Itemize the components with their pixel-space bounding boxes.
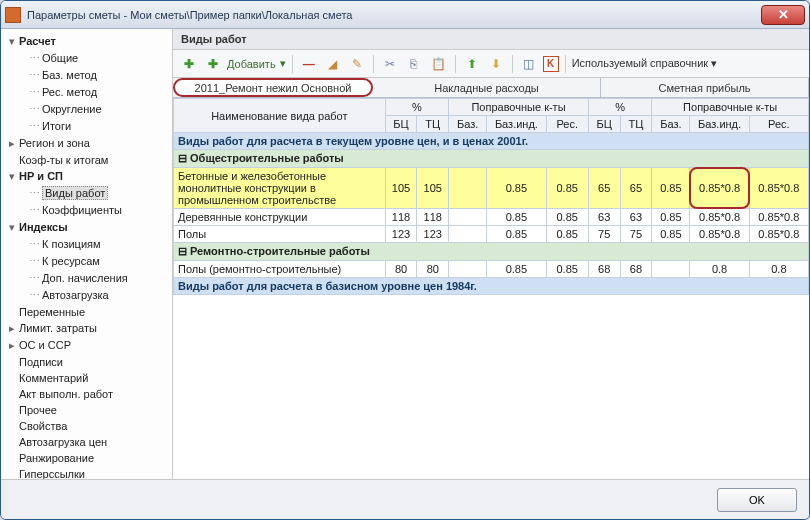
cell[interactable]: 0.85 (546, 168, 588, 209)
cell[interactable]: 0.85 (652, 168, 690, 209)
tree-item[interactable]: ▸Лимит. затраты (3, 320, 170, 337)
tree-item[interactable]: ▾Расчет (3, 33, 170, 50)
tree-item[interactable]: Подписи (3, 354, 170, 370)
col-bc2[interactable]: БЦ (588, 116, 620, 133)
band-row[interactable]: Виды работ для расчета в текущем уровне … (174, 133, 809, 150)
col-tc2[interactable]: ТЦ (620, 116, 652, 133)
paste-icon[interactable]: 📋 (428, 54, 449, 74)
cell[interactable]: 63 (588, 209, 620, 226)
move-up-icon[interactable]: ⬆ (462, 54, 482, 74)
cell[interactable]: 65 (620, 168, 652, 209)
cell[interactable]: 118 (385, 209, 417, 226)
tree-item[interactable]: Прочее (3, 402, 170, 418)
cell[interactable]: 0.85 (546, 226, 588, 243)
tree-item[interactable]: ▾Индексы (3, 219, 170, 236)
table-row[interactable]: Полы1231230.850.8575750.850.85*0.80.85*0… (174, 226, 809, 243)
cell[interactable]: 0.85 (652, 209, 690, 226)
cell[interactable]: 0.8 (749, 261, 808, 278)
tree-item[interactable]: Акт выполн. работ (3, 386, 170, 402)
sidebar[interactable]: ▾Расчет⋯Общие⋯Баз. метод⋯Рес. метод⋯Окру… (1, 29, 173, 479)
tree-item[interactable]: ⋯Рес. метод (3, 84, 170, 101)
cell[interactable] (449, 261, 487, 278)
table-row[interactable]: Полы (ремонтно-строительные)80800.850.85… (174, 261, 809, 278)
cell[interactable]: Бетонные и железобетонные монолитные кон… (174, 168, 386, 209)
expand-icon[interactable]: ▸ (9, 339, 19, 352)
tree-item[interactable]: Свойства (3, 418, 170, 434)
cell[interactable]: 0.85 (546, 261, 588, 278)
col-name[interactable]: Наименование вида работ (174, 99, 386, 133)
tab-active[interactable]: 2011_Ремонт нежил Основной (173, 78, 373, 97)
col-res2[interactable]: Рес. (749, 116, 808, 133)
col-bazind2[interactable]: Баз.инд. (690, 116, 749, 133)
cell[interactable]: 0.85*0.8 (749, 209, 808, 226)
reference-dropdown[interactable]: Используемый справочник ▾ (572, 57, 718, 70)
cell[interactable]: 0.85*0.8 (690, 168, 749, 209)
data-grid[interactable]: Наименование вида работ % Поправочные к-… (173, 98, 809, 479)
cell[interactable]: 0.85*0.8 (749, 226, 808, 243)
cell[interactable]: 0.85 (652, 226, 690, 243)
cell[interactable]: 0.85 (487, 261, 546, 278)
ok-button[interactable]: OK (717, 488, 797, 512)
cell[interactable] (449, 168, 487, 209)
table-row[interactable]: Бетонные и железобетонные монолитные кон… (174, 168, 809, 209)
cell[interactable]: Полы (174, 226, 386, 243)
cell[interactable]: Полы (ремонтно-строительные) (174, 261, 386, 278)
close-button[interactable]: ✕ (761, 5, 805, 25)
col-baz[interactable]: Баз. (449, 116, 487, 133)
cell[interactable] (449, 209, 487, 226)
eraser-icon[interactable]: ◢ (323, 54, 343, 74)
cell[interactable]: 80 (417, 261, 449, 278)
tree-item[interactable]: ⋯Доп. начисления (3, 270, 170, 287)
cell[interactable]: 105 (417, 168, 449, 209)
move-down-icon[interactable]: ⬇ (486, 54, 506, 74)
cell[interactable]: 105 (385, 168, 417, 209)
brush-icon[interactable]: ✎ (347, 54, 367, 74)
cell[interactable] (449, 226, 487, 243)
expand-icon[interactable]: ▾ (9, 170, 19, 183)
tree-item[interactable]: ⋯К ресурсам (3, 253, 170, 270)
cell[interactable]: 65 (588, 168, 620, 209)
cell[interactable]: 63 (620, 209, 652, 226)
titlebar[interactable]: Параметры сметы - Мои сметы\Пример папки… (1, 1, 809, 29)
tree-item[interactable]: ▸Регион и зона (3, 135, 170, 152)
table-row[interactable]: Деревянные конструкции1181180.850.856363… (174, 209, 809, 226)
dropdown-icon[interactable]: ▾ (280, 57, 286, 70)
k-button[interactable]: K (543, 56, 559, 72)
cut-icon[interactable]: ✂ (380, 54, 400, 74)
remove-icon[interactable]: — (299, 54, 319, 74)
cell[interactable]: 0.85 (546, 209, 588, 226)
cell[interactable]: 68 (620, 261, 652, 278)
col-baz2[interactable]: Баз. (652, 116, 690, 133)
tree-item[interactable]: ⋯К позициям (3, 236, 170, 253)
tree-item[interactable]: Автозагрузка цен (3, 434, 170, 450)
tree-item[interactable]: Переменные (3, 304, 170, 320)
tree-item[interactable]: Коэф-ты к итогам (3, 152, 170, 168)
tree-item[interactable]: ⋯Общие (3, 50, 170, 67)
cell[interactable]: 0.85*0.8 (690, 226, 749, 243)
expand-icon[interactable]: ▾ (9, 35, 19, 48)
cell[interactable]: 0.85 (487, 168, 546, 209)
tree-item[interactable]: Гиперссылки (3, 466, 170, 479)
cell[interactable]: 123 (385, 226, 417, 243)
cell[interactable] (652, 261, 690, 278)
expand-icon[interactable]: ▸ (9, 322, 19, 335)
add-button[interactable]: Добавить (227, 58, 276, 70)
tree-item[interactable]: ▸ОС и ССР (3, 337, 170, 354)
tree-item[interactable]: ⋯Коэффициенты (3, 202, 170, 219)
add-nested-icon[interactable]: ✚ (203, 54, 223, 74)
cell[interactable]: 118 (417, 209, 449, 226)
cell[interactable]: 75 (588, 226, 620, 243)
band-row[interactable]: ⊟ Ремонтно-строительные работы (174, 243, 809, 261)
add-icon[interactable]: ✚ (179, 54, 199, 74)
col-res[interactable]: Рес. (546, 116, 588, 133)
cell[interactable]: 0.8 (690, 261, 749, 278)
toggle-icon[interactable]: ◫ (519, 54, 539, 74)
cell[interactable]: 123 (417, 226, 449, 243)
band-row[interactable]: Виды работ для расчета в базисном уровне… (174, 278, 809, 295)
cell[interactable]: 0.85 (487, 226, 546, 243)
tree-item[interactable]: ⋯Итоги (3, 118, 170, 135)
tree-item[interactable]: Комментарий (3, 370, 170, 386)
cell[interactable]: 0.85*0.8 (690, 209, 749, 226)
tree-item[interactable]: ⋯Баз. метод (3, 67, 170, 84)
cell[interactable]: 68 (588, 261, 620, 278)
